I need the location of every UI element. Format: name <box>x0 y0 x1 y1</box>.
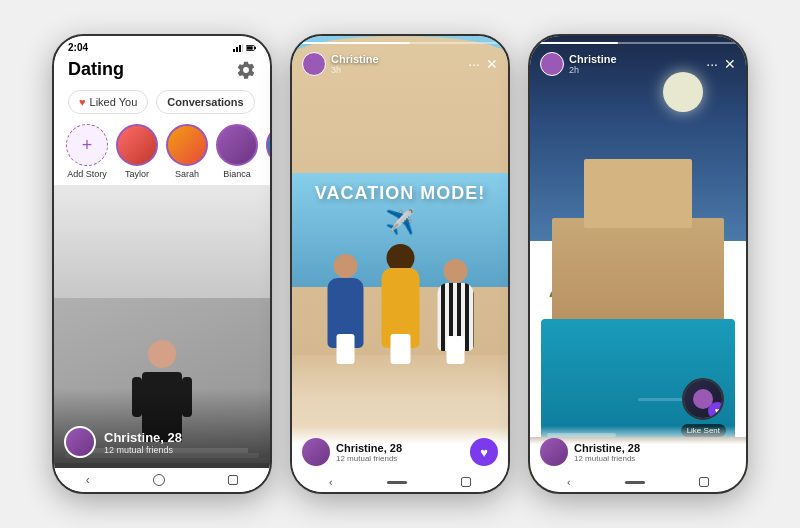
profile-text: Christine, 28 12 mutual friends <box>104 430 182 455</box>
taylor-label: Taylor <box>125 169 149 179</box>
story-profile-mutual-3: 12 mutual friends <box>574 454 640 463</box>
close-story-icon-3[interactable]: ✕ <box>724 56 736 72</box>
heart-icon: ♥ <box>79 96 86 108</box>
story-user-info-3: Christine 2h <box>540 52 617 76</box>
story-user-text-3: Christine 2h <box>569 53 617 75</box>
bianca-label: Bianca <box>223 169 251 179</box>
story-username-2: Christine <box>331 53 379 65</box>
svg-rect-5 <box>254 46 256 49</box>
profile-info-overlay: Christine, 28 12 mutual friends <box>64 426 260 458</box>
story-profile-left-3: Christine, 28 12 mutual friends <box>540 438 640 466</box>
story-user-info-2: Christine 3h <box>302 52 379 76</box>
story-actions-2: ··· ✕ <box>468 56 498 72</box>
taylor-avatar <box>116 124 158 166</box>
status-icons <box>233 44 256 52</box>
story-screen-3: 🌴 🌴 🌴 <box>530 36 746 492</box>
square-nav-3[interactable] <box>699 477 709 487</box>
profile-small-avatar <box>64 426 96 458</box>
phone-2-screen: Christine 3h ··· ✕ VACATION MODE! ✈️ <box>292 36 508 492</box>
story-avatar-2 <box>302 52 326 76</box>
app-title: Dating <box>68 59 124 80</box>
phone-3-screen: 🌴 🌴 🌴 <box>530 36 746 492</box>
nav-bar-1: ‹ <box>54 468 270 492</box>
sarah-avatar <box>166 124 208 166</box>
plus-icon: + <box>82 135 93 156</box>
phone-1: 2:04 Dating <box>52 34 272 494</box>
back-nav-3[interactable]: ‹ <box>567 476 571 488</box>
sarah-label: Sarah <box>175 169 199 179</box>
story-profile-name-2: Christine, 28 <box>336 442 402 454</box>
story-sp[interactable]: Sp <box>266 124 270 179</box>
like-button-2[interactable]: ♥ <box>470 438 498 466</box>
back-arrow-nav[interactable]: ‹ <box>86 473 90 487</box>
back-nav-2[interactable]: ‹ <box>329 476 333 488</box>
home-circle-nav[interactable] <box>153 474 165 486</box>
more-options-icon[interactable]: ··· <box>468 56 480 72</box>
like-sent-avatar: ♥ <box>682 378 724 420</box>
story-header-3: Christine 2h ··· ✕ <box>530 44 746 80</box>
story-header-2: Christine 3h ··· ✕ <box>292 44 508 80</box>
profile-name: Christine, 28 <box>104 430 182 445</box>
story-profile-left-2: Christine, 28 12 mutual friends <box>302 438 402 466</box>
story-profile-mutual-2: 12 mutual friends <box>336 454 402 463</box>
tab-liked-you[interactable]: ♥ Liked You <box>68 90 148 114</box>
add-story-button[interactable]: + <box>66 124 108 166</box>
svg-rect-1 <box>236 47 238 52</box>
like-sent-avatars: ♥ <box>682 378 724 420</box>
stories-row: + Add Story Taylor Sarah Bianca Sp <box>54 120 270 185</box>
story-profile-info-2: Christine, 28 12 mutual friends <box>336 442 402 463</box>
add-story-item[interactable]: + Add Story <box>66 124 108 179</box>
story-time-3: 2h <box>569 65 617 75</box>
liked-you-label: Liked You <box>90 96 138 108</box>
tab-conversations[interactable]: Conversations <box>156 90 254 114</box>
story-taylor[interactable]: Taylor <box>116 124 158 179</box>
time-display: 2:04 <box>68 42 88 53</box>
home-bar-nav-3[interactable] <box>625 481 645 484</box>
story-overlay-2: Christine 3h ··· ✕ VACATION MODE! ✈️ <box>292 36 508 492</box>
phone-3: 🌴 🌴 🌴 <box>528 34 748 494</box>
app-header: Dating <box>54 55 270 86</box>
story-screen-2: Christine 3h ··· ✕ VACATION MODE! ✈️ <box>292 36 508 492</box>
phone-2: Christine 3h ··· ✕ VACATION MODE! ✈️ <box>290 34 510 494</box>
square-nav[interactable] <box>228 475 238 485</box>
svg-rect-0 <box>233 49 235 52</box>
story-profile-name-3: Christine, 28 <box>574 442 640 454</box>
bianca-avatar <box>216 124 258 166</box>
phone-1-screen: 2:04 Dating <box>54 36 270 492</box>
add-story-label: Add Story <box>67 169 107 179</box>
svg-rect-6 <box>247 46 253 49</box>
story-time-2: 3h <box>331 65 379 75</box>
square-nav-2[interactable] <box>461 477 471 487</box>
conversations-label: Conversations <box>167 96 243 108</box>
more-options-icon-3[interactable]: ··· <box>706 56 718 72</box>
story-overlay-3: Christine 2h ··· ✕ <box>530 36 746 492</box>
story-profile-info-3: Christine, 28 12 mutual friends <box>574 442 640 463</box>
story-profile-avatar-2 <box>302 438 330 466</box>
profile-card[interactable]: Christine, 28 12 mutual friends <box>54 185 270 468</box>
svg-rect-2 <box>239 45 241 52</box>
settings-icon[interactable] <box>236 60 256 80</box>
home-bar-nav-2[interactable] <box>387 481 407 484</box>
tabs-row: ♥ Liked You Conversations <box>54 86 270 120</box>
story-username-3: Christine <box>569 53 617 65</box>
story-actions-3: ··· ✕ <box>706 56 736 72</box>
profile-mutual: 12 mutual friends <box>104 445 182 455</box>
story-avatar-3 <box>540 52 564 76</box>
status-bar-1: 2:04 <box>54 36 270 55</box>
story-profile-avatar-3 <box>540 438 568 466</box>
battery-icon <box>246 44 256 52</box>
story-title: VACATION MODE! <box>315 183 485 204</box>
story-user-text: Christine 3h <box>331 53 379 75</box>
sp-avatar <box>266 124 270 166</box>
story-profile-row-3: Christine, 28 12 mutual friends <box>540 438 736 466</box>
plane-emoji: ✈️ <box>315 208 485 236</box>
story-sarah[interactable]: Sarah <box>166 124 208 179</box>
story-bianca[interactable]: Bianca <box>216 124 258 179</box>
story-profile-row-2: Christine, 28 12 mutual friends ♥ <box>302 438 498 466</box>
like-heart-badge: ♥ <box>708 402 724 420</box>
signal-icon <box>233 44 243 52</box>
close-story-icon[interactable]: ✕ <box>486 56 498 72</box>
svg-rect-3 <box>242 44 243 52</box>
